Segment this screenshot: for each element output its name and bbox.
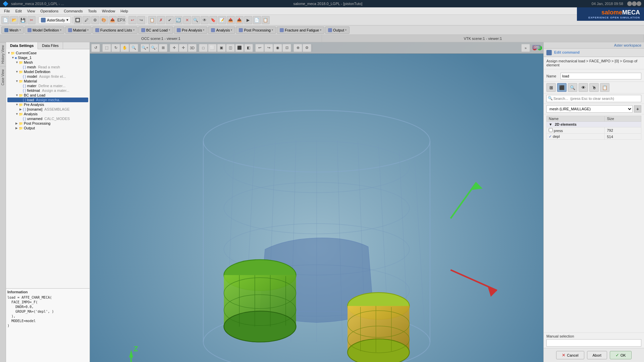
module-model-def[interactable]: Model Definition ▾ [24,26,64,34]
tree-stage1[interactable]: ▼ ■ Stage_1 [7,55,88,60]
tb-btn-1[interactable]: 🔲 [74,16,82,24]
module-fracture[interactable]: Fracture and Fatigue ▾ [277,26,324,34]
history-view-tab[interactable]: History View [0,42,6,66]
tb-btn-5[interactable]: 📤 [109,16,117,24]
menu-file[interactable]: File [1,8,13,14]
ec-icon-btn-4[interactable]: 👁 [579,83,588,92]
ec-icon-btn-1[interactable]: ⊞ [546,83,556,92]
ec-manual-selection: Manual selection [544,333,644,348]
menu-commands[interactable]: Commands [61,8,85,14]
tree-mesh-cmd[interactable]: { } mesh Read a mesh [7,65,88,69]
ec-add-button[interactable]: + [634,105,641,113]
module-output[interactable]: Output ▾ [325,26,350,34]
cut-button[interactable]: ✂ [28,16,36,24]
ok-button[interactable]: ✓ OK [610,351,632,359]
tb-btn-cut[interactable]: ✗ [157,16,165,24]
material-arrow: ▾ [87,28,89,32]
tree-load-cmd[interactable]: { } load Assign mecha... [7,98,88,102]
undo-button[interactable]: ↩ [128,16,137,24]
tb-btn-9[interactable]: 🔄 [174,16,182,24]
tree-mater-cmd[interactable]: { } mater Define a mater... [7,83,88,88]
tree-model-cmd[interactable]: { } model Assign finite el... [7,74,88,79]
module-postproc[interactable]: Post Processing ▾ [236,26,276,34]
menu-view[interactable]: View [24,8,38,14]
tb-btn-15[interactable]: 📤 [227,16,235,24]
restore-button[interactable] [632,1,637,6]
tb-btn-14[interactable]: 📝 [218,16,226,24]
module-bcload[interactable]: BC and Load ▾ [138,26,173,34]
tb-btn-3[interactable]: ⚙ [91,16,99,24]
menu-help[interactable]: Help [118,8,131,14]
stage1-arrow: ▼ [11,56,15,59]
ec-icon-btn-2[interactable]: ⬛ [557,83,567,92]
ec-manual-input[interactable] [546,339,641,347]
tb-btn-10[interactable]: ✕ [183,16,191,24]
close-button[interactable] [637,1,641,6]
tb-btn-4[interactable]: 🎨 [100,16,108,24]
menu-edit[interactable]: Edit [13,8,24,14]
tree-root[interactable]: ▼ 📁 CurrentCase [7,51,88,55]
sep3 [127,17,127,23]
tree-fieldmat-cmd[interactable]: { } fieldmat Assign a mater... [7,88,88,93]
module-mesh[interactable]: Mesh ▾ [1,26,24,34]
tb-btn-12[interactable]: 👁 [201,16,209,24]
study-icon [41,18,46,22]
tb-btn-13[interactable]: 🔖 [209,16,217,24]
tree-unnamed-cmd[interactable]: { } unnamed CALC_MODES [7,116,88,121]
tree-bcload-folder[interactable]: ▼ 📁 BC and Load [7,93,88,98]
module-analysis[interactable]: Analysis ▾ [208,26,235,34]
ec-icon-btn-5[interactable]: 🖱 [589,83,599,92]
tree-material-folder[interactable]: ▼ 📁 Material [7,79,88,83]
tb-btn-8[interactable]: ✔ [166,16,174,24]
ec-icon-btn-6[interactable]: 📋 [600,83,609,92]
redo-button[interactable]: ↪ [137,16,145,24]
ec-name-input[interactable] [560,73,641,79]
noname-arrow: ▶ [19,108,23,111]
depl-checkbox-checked[interactable]: ✓ [549,134,552,138]
module-model-def-label: Model Definition [33,28,59,32]
tb-btn-16[interactable]: 📥 [235,16,244,24]
svg-text:Z: Z [134,345,138,353]
module-material[interactable]: Material ▾ [65,26,92,34]
minimize-button[interactable] [627,1,632,6]
tree-postproc-folder[interactable]: ▶ 📁 Post Processing [7,121,88,126]
3d-scene[interactable]: dep [90,42,543,362]
new-button[interactable]: 📄 [1,16,9,24]
tb-btn-11[interactable]: 🔍 [192,16,200,24]
tree-modeldef-folder[interactable]: ▼ 📁 Model Definition [7,69,88,74]
window-title: salome_meca 2018.0_LGPL - [pistonTuto] [64,2,592,6]
tb-btn-7[interactable]: 📋 [148,16,156,24]
module-functions[interactable]: Functions and Lists ▾ [92,26,138,34]
tb-btn-6[interactable]: EPX [117,16,125,24]
tb-btn-17[interactable]: ▶ [244,16,252,24]
ec-icon-btn-3[interactable]: 🔍 [568,83,577,92]
open-button[interactable]: 📂 [10,16,18,24]
menu-operations[interactable]: Operations [38,8,61,14]
tree-analysis-folder[interactable]: ▼ 📁 Analysis [7,112,88,116]
study-dropdown[interactable]: AsterStudy ▾ [39,16,71,24]
tab-data-files[interactable]: Data Files [38,42,63,49]
tab-data-settings[interactable]: Data Settings [6,42,38,49]
menu-tools[interactable]: Tools [85,8,99,14]
ec-mesh-dropdown[interactable]: mesh (LIRE_MAILLAGE) [546,105,633,113]
center-viewer[interactable]: ↺ ⬚ ↻ ✋ 🔍 🔍+ 🔍- ⊞ ✛ ✛ 3D □ ⬜ ▣ ◫ ⬛ ◧ ↩ ↪… [90,42,543,362]
tree-mesh-folder[interactable]: ▼ 📁 Mesh [7,60,88,65]
cancel-button[interactable]: ✕ Cancel [556,351,584,359]
tree-preanalysis-label: Pre Analysis [24,103,44,107]
tb-btn-2[interactable]: 🖊 [83,16,91,24]
menubar: File Edit View Operations Commands Tools… [0,7,644,15]
tree-output-folder[interactable]: ▶ 📁 Output [7,126,88,130]
tb-btn-19[interactable]: 📋 [262,16,270,24]
save-button[interactable]: 💾 [19,16,27,24]
output-arrow: ▾ [345,28,346,32]
tree-model-cmd-annotation: Assign finite el... [39,74,66,78]
press-checkbox[interactable] [549,128,553,132]
ec-search-input[interactable] [546,95,641,102]
abort-button[interactable]: Abort [587,351,607,359]
tree-preanalysis-folder[interactable]: ▼ 📁 Pre Analysis [7,102,88,107]
tree-noname-cmd[interactable]: ▶ { } [noname] ASSEMBLAGE [7,107,88,112]
menu-window[interactable]: Window [99,8,118,14]
case-view-tab[interactable]: Case View [0,66,6,88]
tb-btn-18[interactable]: 📄 [253,16,261,24]
module-preanalysis[interactable]: Pre Analysis ▾ [174,26,208,34]
